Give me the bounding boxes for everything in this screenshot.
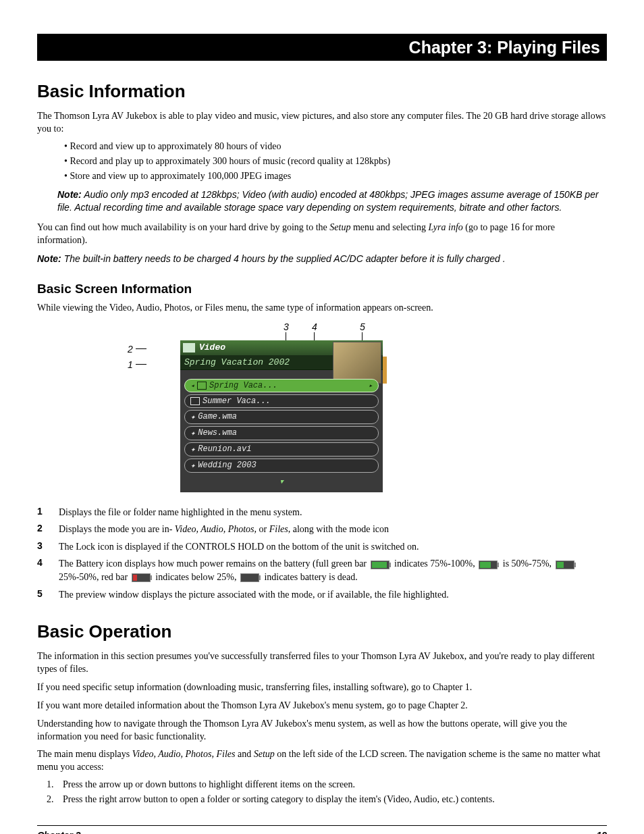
- battery-full-icon: [371, 561, 391, 569]
- text: or: [257, 524, 269, 534]
- mode-list: Video, Audio, Photos,: [175, 524, 257, 534]
- video-mode-icon: [183, 343, 195, 353]
- mode-list: Files: [269, 524, 288, 534]
- preview-thumbnail: [333, 342, 381, 384]
- callout-line: [136, 348, 146, 349]
- chapter-banner: Chapter 3: Playing Files: [37, 34, 607, 61]
- text: The Battery icon displays how much power…: [59, 558, 369, 569]
- operation-paragraph: Understanding how to navigate through th…: [37, 718, 607, 744]
- definition-row: 5 The preview window displays the pictur…: [37, 588, 607, 602]
- note-battery-charge: Note: The built-in battery needs to be c…: [37, 253, 607, 265]
- battery-low-icon: [132, 573, 152, 582]
- text: and: [235, 749, 253, 759]
- heading-basic-information: Basic Information: [37, 81, 607, 102]
- media-icon: ✦: [190, 444, 195, 454]
- callout-line: [362, 332, 363, 340]
- callout-number-3: 3: [284, 321, 289, 332]
- callout-line: [136, 364, 146, 365]
- note-body: Audio only mp3 encoded at 128kbps; Video…: [57, 189, 599, 213]
- callout-number-5: 5: [360, 321, 365, 332]
- list-item: Summer Vaca...: [184, 394, 379, 408]
- list-item-label: Game.wma: [198, 412, 237, 421]
- definition-number: 2: [37, 523, 47, 533]
- intro-paragraph: The Thomson Lyra AV Jukebox is able to p…: [37, 110, 607, 136]
- operation-paragraph: The information in this section presumes…: [37, 650, 607, 676]
- note-label: Note:: [37, 253, 61, 264]
- page-footer: Chapter 3 19: [37, 825, 607, 834]
- text: indicates below 25%,: [155, 572, 239, 582]
- bullet-item: Store and view up to approximately 100,0…: [64, 171, 607, 182]
- note-label: Note:: [57, 189, 82, 200]
- text: 25%-50%, red bar: [59, 572, 130, 582]
- screen-intro-paragraph: While viewing the Video, Audio, Photos, …: [37, 302, 607, 315]
- device-screen: Video Spring Vacation 2002 ◂Spring Vaca.…: [180, 340, 383, 492]
- screen-figure: 3 4 5 2 1 Video: [153, 321, 491, 492]
- footer-page-number: 19: [596, 830, 607, 834]
- folder-icon: [197, 382, 207, 390]
- media-icon: ✦: [190, 461, 195, 471]
- definition-text: The Lock icon is displayed if the CONTRO…: [59, 540, 607, 554]
- definition-text: Displays the file or folder name highlig…: [59, 506, 607, 519]
- callout-number-2: 2: [128, 344, 146, 355]
- list-item-label: Reunion.avi: [198, 444, 251, 454]
- definition-text: Displays the mode you are in- Video, Aud…: [59, 523, 607, 536]
- operation-paragraph: If you need specific setup information (…: [37, 681, 607, 694]
- menu-list: Setup: [254, 749, 275, 759]
- callout-label: 1: [128, 359, 133, 370]
- text: indicates battery is dead.: [264, 572, 357, 582]
- definition-row: 1 Displays the file or folder name highl…: [37, 506, 607, 519]
- text: , along with the mode icon: [288, 524, 389, 534]
- battery-dead-icon: [240, 573, 261, 582]
- definition-number: 3: [37, 540, 47, 551]
- step-item: Press the arrow up or down buttons to hi…: [56, 779, 607, 790]
- heading-basic-screen-information: Basic Screen Information: [37, 282, 607, 296]
- list-item: ◂Spring Vaca...▸: [184, 379, 379, 392]
- text: is 50%-75%,: [503, 558, 554, 569]
- callout-number-4: 4: [312, 321, 317, 332]
- media-icon: ✦: [190, 428, 195, 438]
- side-tab: [383, 357, 387, 384]
- operation-paragraph: If you want more detailed information ab…: [37, 700, 607, 712]
- step-item: Press the right arrow button to open a f…: [56, 794, 607, 805]
- media-icon: ✦: [190, 412, 195, 422]
- callout-number-1: 1: [128, 359, 146, 370]
- navigation-steps: Press the arrow up or down buttons to hi…: [37, 779, 607, 805]
- definition-number: 1: [37, 506, 47, 517]
- menu-list: Video, Audio, Photos, Files: [132, 749, 236, 759]
- callout-line: [286, 332, 286, 340]
- scroll-down-icon: ▾: [184, 475, 379, 488]
- definition-number: 5: [37, 588, 47, 599]
- text: menu and selecting: [350, 222, 428, 232]
- list-item: ✦News.wma: [184, 426, 379, 440]
- availability-paragraph: You can find out how much availability i…: [37, 221, 607, 247]
- callout-definitions: 1 Displays the file or folder name highl…: [37, 506, 607, 602]
- definition-row: 4 The Battery icon displays how much pow…: [37, 557, 607, 583]
- text: You can find out how much availability i…: [37, 222, 329, 232]
- callout-label: 2: [128, 344, 133, 355]
- list-item: ✦Reunion.avi: [184, 442, 379, 457]
- list-item: ✦Game.wma: [184, 410, 379, 424]
- note-encoding: Note: Audio only mp3 encoded at 128kbps;…: [37, 188, 607, 215]
- callout-line: [314, 332, 315, 340]
- footer-chapter: Chapter 3: [37, 830, 81, 834]
- operation-paragraph: The main menu displays Video, Audio, Pho…: [37, 748, 607, 774]
- file-list: ◂Spring Vaca...▸ Summer Vaca... ✦Game.wm…: [180, 370, 383, 492]
- list-item: ✦Wedding 2003: [184, 459, 379, 473]
- battery-50-icon: [556, 561, 576, 569]
- definition-text: The preview window displays the picture …: [59, 588, 607, 602]
- left-arrow-icon: ◂: [190, 382, 194, 390]
- definition-number: 4: [37, 557, 47, 568]
- note-body: The built-in battery needs to be charged…: [61, 253, 506, 264]
- text: The main menu displays: [37, 749, 132, 759]
- definition-row: 2 Displays the mode you are in- Video, A…: [37, 523, 607, 536]
- bullet-item: Record and view up to approximately 80 h…: [64, 141, 607, 152]
- battery-75-icon: [479, 561, 499, 569]
- text: indicates 75%-100%,: [394, 558, 477, 569]
- list-item-label: Spring Vaca...: [209, 381, 277, 390]
- list-item-label: News.wma: [198, 428, 237, 438]
- menu-name-lyra-info: Lyra info: [428, 222, 462, 232]
- menu-name-setup: Setup: [329, 222, 350, 232]
- capability-bullets: Record and view up to approximately 80 h…: [37, 141, 607, 182]
- folder-icon: [190, 397, 200, 405]
- definition-row: 3 The Lock icon is displayed if the CONT…: [37, 540, 607, 554]
